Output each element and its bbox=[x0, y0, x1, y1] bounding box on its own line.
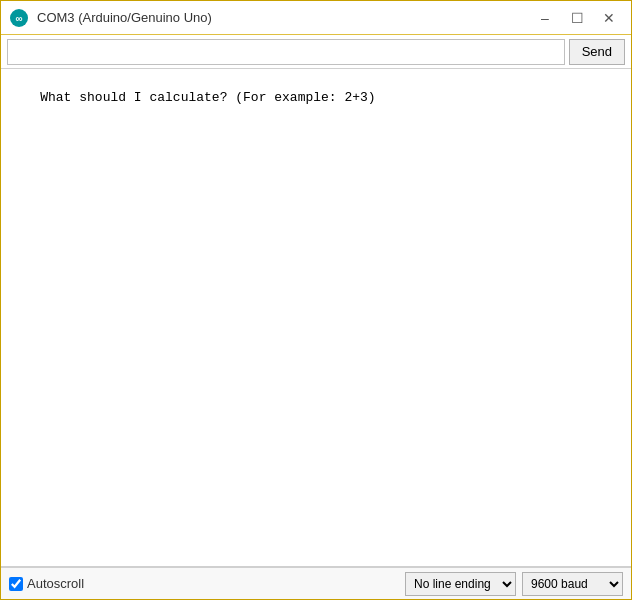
serial-output: What should I calculate? (For example: 2… bbox=[1, 69, 631, 567]
svg-text:∞: ∞ bbox=[15, 13, 22, 24]
status-bar: Autoscroll No line ending Newline Carria… bbox=[1, 567, 631, 599]
arduino-logo: ∞ bbox=[9, 8, 29, 28]
line-ending-select[interactable]: No line ending Newline Carriage return B… bbox=[405, 572, 516, 596]
autoscroll-checkbox[interactable] bbox=[9, 577, 23, 591]
input-bar: Send bbox=[1, 35, 631, 69]
send-button[interactable]: Send bbox=[569, 39, 625, 65]
title-bar: ∞ COM3 (Arduino/Genuino Uno) – ☐ ✕ bbox=[1, 1, 631, 35]
window-controls: – ☐ ✕ bbox=[531, 7, 623, 29]
serial-output-text: What should I calculate? (For example: 2… bbox=[40, 90, 375, 105]
close-button[interactable]: ✕ bbox=[595, 7, 623, 29]
main-window: ∞ COM3 (Arduino/Genuino Uno) – ☐ ✕ Send … bbox=[0, 0, 632, 600]
window-title: COM3 (Arduino/Genuino Uno) bbox=[37, 10, 531, 25]
message-input[interactable] bbox=[7, 39, 565, 65]
minimize-button[interactable]: – bbox=[531, 7, 559, 29]
baud-rate-select[interactable]: 300 baud 1200 baud 2400 baud 4800 baud 9… bbox=[522, 572, 623, 596]
dropdowns-section: No line ending Newline Carriage return B… bbox=[405, 572, 623, 596]
autoscroll-label[interactable]: Autoscroll bbox=[27, 576, 84, 591]
autoscroll-section: Autoscroll bbox=[9, 576, 84, 591]
maximize-button[interactable]: ☐ bbox=[563, 7, 591, 29]
